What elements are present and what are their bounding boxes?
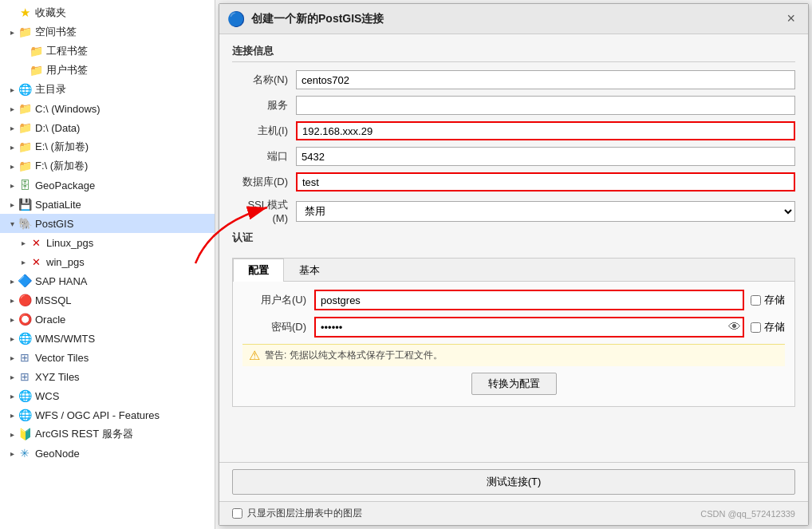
username-row: 用户名(U) 存储 (242, 290, 785, 310)
tab-config[interactable]: 配置 (233, 259, 284, 282)
sidebar-item-label: MSSQL (35, 294, 72, 306)
password-row: 密码(D) 👁 存储 (242, 317, 785, 338)
connection-info-title: 连接信息 (232, 44, 795, 62)
sidebar-item-wcs[interactable]: ▸ 🌐 WCS (0, 386, 215, 405)
sidebar-item-home-dir[interactable]: ▸ 🌐 主目录 (0, 80, 215, 99)
service-input[interactable] (296, 96, 795, 115)
dialog-close-button[interactable]: × (782, 9, 800, 29)
password-input-wrapper: 👁 (314, 317, 744, 338)
expand-arrow (6, 9, 18, 18)
show-only-registered-checkbox-label[interactable]: 只显示图层注册表中的图层 (232, 507, 362, 520)
wfs-icon: 🌐 (18, 408, 32, 422)
geonode-icon: ✳ (18, 446, 32, 460)
host-input[interactable] (296, 121, 795, 140)
oracle-icon: ⭕ (18, 312, 32, 326)
sidebar-item-label: Vector Tiles (35, 352, 89, 364)
sidebar-item-user-bookmarks[interactable]: 📁 用户书签 (0, 61, 215, 80)
postgis-icon: 🐘 (18, 216, 32, 231)
store-username-checkbox[interactable] (751, 295, 761, 306)
sidebar-item-wfs[interactable]: ▸ 🌐 WFS / OGC API - Features (0, 405, 215, 424)
expand-arrow: ▸ (6, 373, 18, 381)
grid-icon: ⊞ (18, 369, 32, 384)
ssl-row: SSL模式(M) 禁用 允许 首选 要求 (232, 198, 795, 224)
database-label: 数据库(D) (232, 175, 296, 189)
name-input[interactable] (296, 70, 795, 89)
username-label: 用户名(U) (242, 293, 314, 307)
folder-icon: 📁 (29, 44, 43, 58)
sidebar-item-label: 空间书签 (35, 25, 77, 39)
username-input[interactable] (314, 290, 744, 310)
sidebar-item-label: PostGIS (35, 218, 73, 230)
sidebar-item-label: ArcGIS REST 服务器 (35, 427, 133, 441)
close-icon: ✕ (29, 255, 43, 269)
expand-arrow (18, 47, 29, 56)
expand-arrow: ▸ (6, 334, 18, 343)
port-label: 端口 (232, 149, 296, 164)
sidebar-item-label: XYZ Tiles (35, 371, 80, 383)
sidebar-item-f-drive[interactable]: ▸ 📁 F:\ (新加卷) (0, 156, 215, 176)
sidebar-item-linux-pgs[interactable]: ▸ ✕ Linux_pgs (0, 233, 215, 252)
store-username-checkbox-label[interactable]: 存储 (751, 293, 785, 307)
expand-arrow: ▸ (6, 124, 18, 132)
host-label: 主机(I) (232, 124, 296, 138)
expand-arrow: ▸ (18, 258, 29, 266)
sidebar-item-win-pgs[interactable]: ▸ ✕ win_pgs (0, 252, 215, 271)
service-label: 服务 (232, 98, 296, 113)
sidebar-item-spatial-bookmarks[interactable]: ▸ 📁 空间书签 (0, 22, 215, 41)
sidebar: ★ 收藏夹 ▸ 📁 空间书签 📁 工程书签 📁 用户书签 ▸ 🌐 主目录 ▸ 📁… (0, 0, 215, 529)
globe-icon: 🌐 (18, 82, 32, 97)
sidebar-item-project-bookmarks[interactable]: 📁 工程书签 (0, 41, 215, 61)
sidebar-item-e-drive[interactable]: ▸ 📁 E:\ (新加卷) (0, 137, 215, 156)
sidebar-item-c-drive[interactable]: ▸ 📁 C:\ (Windows) (0, 99, 215, 118)
sidebar-item-d-drive[interactable]: ▸ 📁 D:\ (Data) (0, 118, 215, 137)
auth-section-title: 认证 (232, 231, 253, 248)
host-row: 主机(I) (232, 121, 795, 140)
sidebar-item-label: WCS (35, 390, 59, 402)
warning-row: ⚠ 警告: 凭据以纯文本格式保存于工程文件。 (242, 344, 785, 366)
sidebar-item-spatialite[interactable]: ▸ 💾 SpatiaLite (0, 195, 215, 214)
sidebar-item-arcgis-rest[interactable]: ▸ 🔰 ArcGIS REST 服务器 (0, 424, 215, 444)
test-connection-button[interactable]: 测试连接(T) (232, 469, 795, 495)
sidebar-item-vector-tiles[interactable]: ▸ ⊞ Vector Tiles (0, 348, 215, 367)
sidebar-item-wms-wmts[interactable]: ▸ 🌐 WMS/WMTS (0, 329, 215, 348)
expand-arrow: ▸ (6, 296, 18, 305)
sidebar-item-geopackage[interactable]: ▸ 🗄 GeoPackage (0, 176, 215, 195)
sidebar-item-label: GeoNode (35, 448, 80, 460)
password-toggle-button[interactable]: 👁 (728, 320, 741, 334)
store-password-label: 存储 (764, 320, 785, 334)
sidebar-item-postgis[interactable]: ▾ 🐘 PostGIS (0, 214, 215, 233)
wcs-icon: 🌐 (18, 389, 32, 403)
sidebar-item-oracle[interactable]: ▸ ⭕ Oracle (0, 310, 215, 329)
sidebar-item-sap-hana[interactable]: ▸ 🔷 SAP HANA (0, 271, 215, 290)
test-btn-row: 测试连接(T) (219, 462, 808, 501)
database-row: 数据库(D) (232, 172, 795, 191)
sidebar-item-label: SAP HANA (35, 275, 88, 287)
auth-tabs: 配置 基本 (233, 259, 794, 282)
password-input[interactable] (314, 317, 744, 338)
sidebar-item-label: Linux_pgs (46, 237, 93, 249)
folder-icon: 📁 (18, 159, 32, 173)
database-input[interactable] (296, 172, 795, 191)
tab-basic[interactable]: 基本 (284, 259, 335, 282)
sidebar-item-geonode[interactable]: ▸ ✳ GeoNode (0, 444, 215, 463)
sidebar-item-mssql[interactable]: ▸ 🔴 MSSQL (0, 290, 215, 310)
sidebar-item-label: WFS / OGC API - Features (35, 409, 160, 421)
port-input[interactable] (296, 147, 795, 166)
sidebar-item-favorites[interactable]: ★ 收藏夹 (0, 3, 215, 22)
show-only-registered-checkbox[interactable] (232, 508, 242, 519)
expand-arrow: ▸ (6, 277, 18, 286)
spatialite-icon: 💾 (18, 197, 32, 211)
store-password-checkbox[interactable] (751, 322, 761, 333)
close-icon: ✕ (29, 235, 43, 250)
ssl-select[interactable]: 禁用 允许 首选 要求 (296, 201, 795, 222)
sidebar-item-xyz-tiles[interactable]: ▸ ⊞ XYZ Tiles (0, 367, 215, 386)
sidebar-item-label: SpatiaLite (35, 199, 81, 211)
sidebar-item-label: win_pgs (46, 256, 85, 268)
convert-to-config-button[interactable]: 转换为配置 (471, 373, 557, 395)
watermark-text: CSDN @qq_572412339 (700, 509, 795, 519)
sidebar-item-label: C:\ (Windows) (35, 103, 101, 115)
service-row: 服务 (232, 96, 795, 115)
store-password-checkbox-label[interactable]: 存储 (751, 320, 785, 334)
expand-arrow: ▸ (6, 162, 18, 171)
dialog-title: 创建一个新的PostGIS连接 (251, 12, 384, 26)
